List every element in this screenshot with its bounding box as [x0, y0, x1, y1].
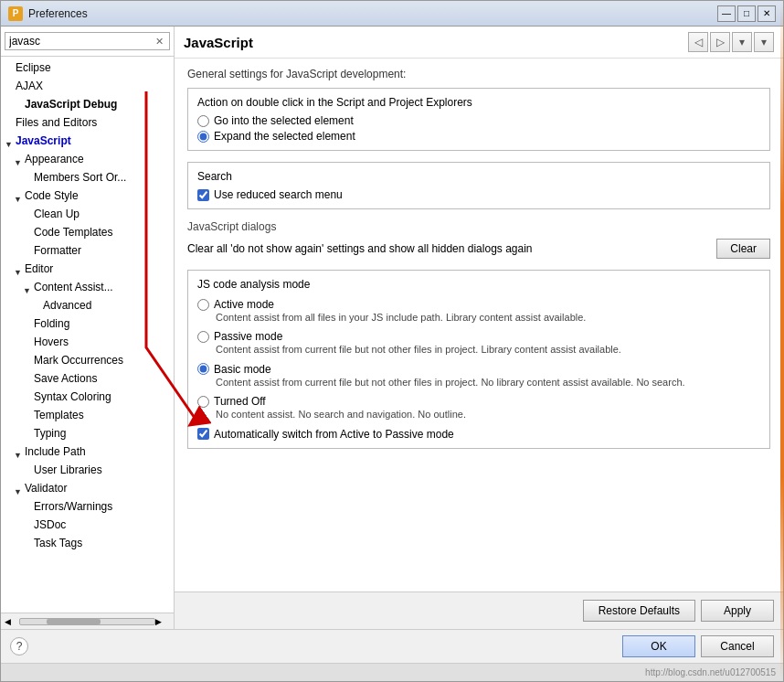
sidebar-item-code-style[interactable]: Code Style	[1, 186, 174, 205]
nav-buttons: ◁ ▷ ▾ ▾	[688, 32, 774, 52]
nav-dropdown-button[interactable]: ▾	[732, 32, 752, 52]
main-title: JavaScript	[184, 35, 688, 50]
sidebar-item-clean-up[interactable]: Clean Up	[1, 205, 174, 223]
sidebar-item-jsdoc[interactable]: JSDoc	[1, 516, 174, 534]
sidebar-item-members-sort-order[interactable]: Members Sort Or...	[1, 168, 174, 186]
sidebar-item-label-save-actions: Save Actions	[34, 370, 97, 387]
radio-expand[interactable]	[197, 131, 209, 143]
search-input[interactable]	[9, 35, 154, 48]
sidebar-item-label-files-and-editors: Files and Editors	[16, 114, 97, 131]
sidebar-item-label-include-path: Include Path	[25, 443, 86, 460]
sidebar-item-label-mark-occurrences: Mark Occurrences	[34, 352, 123, 368]
radio-basic-label: Basic mode	[214, 363, 271, 376]
sidebar-item-code-templates[interactable]: Code Templates	[1, 223, 174, 241]
action-option-expand: Expand the selected element	[197, 130, 760, 143]
sidebar-item-label-jsdoc: JSDoc	[34, 517, 66, 533]
scroll-track[interactable]	[19, 618, 155, 625]
title-bar: P Preferences — □ ✕	[1, 1, 783, 27]
mode-active: Active mode	[197, 298, 760, 311]
mode-active-row: Active mode Content assist from all file…	[197, 298, 760, 325]
radio-off-mode[interactable]	[197, 396, 209, 408]
sidebar-item-label-folding: Folding	[34, 315, 69, 332]
sidebar-item-syntax-coloring[interactable]: Syntax Coloring	[1, 388, 174, 406]
sidebar-item-advanced[interactable]: Advanced	[1, 296, 174, 314]
sidebar-item-label-javascript: JavaScript	[16, 133, 71, 149]
sidebar-item-errors-warnings[interactable]: Errors/Warnings	[1, 497, 174, 516]
radio-expand-label: Expand the selected element	[214, 130, 355, 143]
sidebar-item-label-code-templates: Code Templates	[34, 224, 113, 240]
search-section-title: Search	[197, 170, 760, 183]
bottom-bar: ? OK Cancel	[1, 629, 783, 663]
mode-basic: Basic mode	[197, 363, 760, 376]
close-button[interactable]: ✕	[758, 5, 776, 22]
sidebar-item-label-formatter: Formatter	[34, 242, 81, 259]
ok-button[interactable]: OK	[622, 635, 695, 657]
cancel-button[interactable]: Cancel	[701, 635, 774, 657]
dialogs-row: Clear all 'do not show again' settings a…	[187, 239, 770, 259]
sidebar-item-editor[interactable]: Editor	[1, 260, 174, 278]
sidebar-item-label-editor: Editor	[25, 261, 53, 277]
dialogs-section-header: JavaScript dialogs	[187, 220, 770, 233]
action-option-go-into: Go into the selected element	[197, 114, 760, 127]
window-controls: — □ ✕	[717, 5, 776, 22]
off-mode-desc: No content assist. No search and navigat…	[197, 408, 760, 421]
sidebar-item-eclipse[interactable]: Eclipse	[1, 59, 174, 77]
reduced-search-checkbox[interactable]	[197, 189, 209, 201]
window-title: Preferences	[28, 7, 717, 20]
clear-button[interactable]: Clear	[716, 239, 770, 259]
auto-switch-checkbox[interactable]	[197, 428, 209, 440]
radio-go-into[interactable]	[197, 115, 209, 127]
sidebar-item-typing[interactable]: Typing	[1, 424, 174, 442]
sidebar-item-include-path[interactable]: Include Path	[1, 442, 174, 461]
sidebar-item-validator[interactable]: Validator	[1, 479, 174, 497]
sidebar-item-label-appearance: Appearance	[25, 151, 84, 167]
sidebar-item-label-content-assist: Content Assist...	[34, 279, 113, 295]
radio-basic-mode[interactable]	[197, 363, 209, 375]
mode-basic-row: Basic mode Content assist from current f…	[197, 363, 760, 389]
analysis-title: JS code analysis mode	[197, 278, 760, 291]
sidebar-item-templates[interactable]: Templates	[1, 406, 174, 424]
maximize-button[interactable]: □	[737, 5, 756, 22]
minimize-button[interactable]: —	[717, 5, 736, 22]
sidebar-item-label-task-tags: Task Tags	[34, 535, 82, 551]
sidebar-item-hovers[interactable]: Hovers	[1, 333, 174, 351]
bottom-left: ?	[10, 637, 617, 655]
sidebar-item-label-members-sort-order: Members Sort Or...	[34, 169, 126, 186]
radio-active-mode[interactable]	[197, 299, 209, 311]
nav-forward-button[interactable]: ▷	[710, 32, 730, 52]
sidebar-item-folding[interactable]: Folding	[1, 314, 174, 333]
scroll-right-btn[interactable]: ▶	[155, 617, 170, 626]
sidebar-item-user-libraries[interactable]: User Libraries	[1, 461, 174, 479]
sidebar-item-save-actions[interactable]: Save Actions	[1, 369, 174, 388]
apply-button[interactable]: Apply	[701, 600, 774, 622]
sidebar-item-task-tags[interactable]: Task Tags	[1, 534, 174, 552]
scroll-left-btn[interactable]: ◀	[5, 617, 19, 626]
sidebar-item-label-user-libraries: User Libraries	[34, 462, 102, 478]
sidebar-item-appearance[interactable]: Appearance	[1, 150, 174, 168]
radio-off-label: Turned Off	[214, 395, 266, 408]
sidebar-item-mark-occurrences[interactable]: Mark Occurrences	[1, 351, 174, 369]
radio-active-label: Active mode	[214, 298, 274, 311]
sidebar-item-javascript[interactable]: JavaScript	[1, 132, 174, 150]
sidebar-item-label-ajax: AJAX	[16, 78, 43, 94]
radio-passive-mode[interactable]	[197, 331, 209, 343]
sidebar-item-label-advanced: Advanced	[43, 297, 91, 314]
sidebar-item-javascript-debug[interactable]: JavaScript Debug	[1, 95, 174, 113]
sidebar-item-label-hovers: Hovers	[34, 334, 69, 350]
sidebar-item-ajax[interactable]: AJAX	[1, 77, 174, 95]
action-bar: Restore Defaults Apply	[175, 591, 783, 629]
sidebar-scrollbar[interactable]: ◀ ▶	[1, 613, 174, 629]
search-input-wrap[interactable]: ✕	[5, 32, 170, 50]
sidebar-item-formatter[interactable]: Formatter	[1, 241, 174, 260]
preferences-tree: EclipseAJAXJavaScript DebugFiles and Edi…	[1, 57, 174, 613]
sidebar-item-content-assist[interactable]: Content Assist...	[1, 278, 174, 296]
sidebar-item-files-and-editors[interactable]: Files and Editors	[1, 113, 174, 132]
help-icon[interactable]: ?	[10, 637, 28, 655]
nav-back-button[interactable]: ◁	[688, 32, 708, 52]
radio-go-into-label: Go into the selected element	[214, 114, 354, 127]
main-description: General settings for JavaScript developm…	[187, 68, 770, 80]
nav-more-button[interactable]: ▾	[754, 32, 774, 52]
sidebar-search-bar: ✕	[1, 27, 174, 57]
search-clear-icon[interactable]: ✕	[154, 36, 165, 48]
restore-defaults-button[interactable]: Restore Defaults	[583, 600, 695, 622]
